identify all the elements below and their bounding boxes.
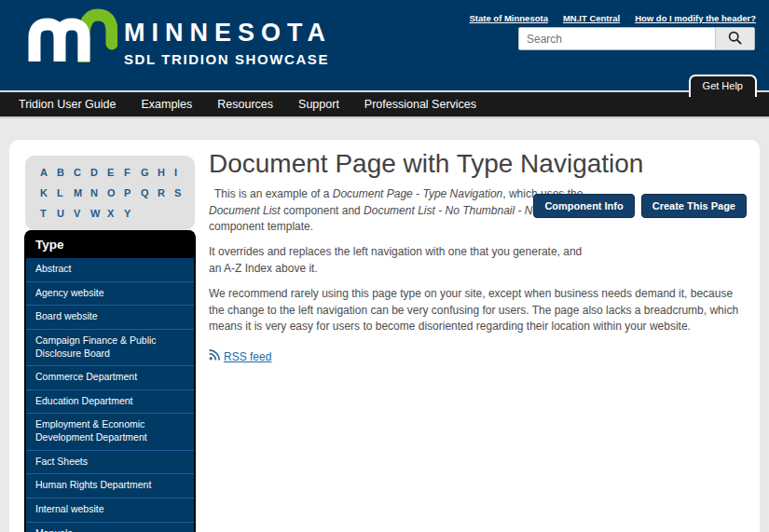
type-list-item: Fact Sheets <box>26 451 194 475</box>
create-this-page-button[interactable]: Create This Page <box>641 194 747 218</box>
header-utility-links: State of MinnesotaMN.IT CentralHow do I … <box>469 13 756 23</box>
search-button[interactable] <box>715 28 754 49</box>
component-info-button[interactable]: Component Info <box>533 194 634 218</box>
overrides-paragraph: It overrides and replaces the left navig… <box>209 244 584 277</box>
type-list-item: Internal website <box>26 498 194 523</box>
type-list-link[interactable]: Education Department <box>26 390 194 414</box>
az-letter-link[interactable]: H <box>158 167 174 178</box>
nav-item[interactable]: Tridion User Guide <box>19 98 116 111</box>
az-letter-link[interactable]: E <box>107 167 124 178</box>
brand-text: MINNESOTA SDL TRIDION SHOWCASE <box>124 20 332 67</box>
az-letter-link[interactable]: T <box>40 208 57 219</box>
type-list: Abstract Agency website Board website Ca… <box>26 258 194 532</box>
type-list-item: Board website <box>26 306 194 330</box>
az-letter-link[interactable]: R <box>158 187 174 198</box>
rss-feed-link[interactable]: RSS feed <box>209 349 271 363</box>
az-letter-grid: ABCDEFGHIKLMNOPQRSTUVWXY <box>40 167 187 219</box>
page-title: Document Page with Type Navigation <box>209 149 747 179</box>
az-letter-link[interactable]: C <box>74 167 90 178</box>
nav-item[interactable]: Examples <box>141 98 192 111</box>
type-list-link[interactable]: Fact Sheets <box>26 451 194 474</box>
az-letter-link[interactable]: D <box>90 167 107 178</box>
az-letter-link[interactable]: P <box>124 187 141 198</box>
get-help-tab[interactable]: Get Help <box>689 75 757 97</box>
type-list-item: Agency website <box>26 282 194 307</box>
intro-italic: Document List <box>209 204 281 217</box>
az-letter-link[interactable]: I <box>174 167 191 178</box>
intro-paragraph: This is an example of a Document Page - … <box>209 186 584 235</box>
az-letter-link[interactable]: B <box>57 167 74 178</box>
header-utility-link[interactable]: MN.IT Central <box>563 13 620 23</box>
type-list-link[interactable]: Employment & Economic Development Depart… <box>26 414 194 449</box>
type-list-item: Commerce Department <box>26 366 194 390</box>
type-list-item: Education Department <box>26 390 194 415</box>
az-index: ABCDEFGHIKLMNOPQRSTUVWXY <box>25 156 195 230</box>
az-letter-link[interactable]: V <box>74 208 90 219</box>
type-navigation: Type Abstract Agency website Board websi… <box>24 230 196 532</box>
az-letter-link[interactable]: O <box>107 187 124 198</box>
az-letter-link[interactable]: W <box>90 208 107 219</box>
type-list-link[interactable]: Internal website <box>26 498 194 522</box>
type-list-item: Manuals <box>26 523 194 532</box>
az-letter-link[interactable]: Q <box>141 187 158 198</box>
type-list-item: Campaign Finance & Public Disclosure Boa… <box>26 330 194 366</box>
main-navbar: Tridion User GuideExamplesResourcesSuppo… <box>0 90 769 118</box>
search-bar <box>518 27 755 50</box>
header-utility-link[interactable]: How do I modify the header? <box>635 13 756 23</box>
az-letter-link[interactable]: N <box>90 187 107 198</box>
type-navigation-title: Type <box>26 230 194 258</box>
intro-text: component and <box>281 204 364 217</box>
search-icon <box>728 31 742 48</box>
site-header: MINNESOTA SDL TRIDION SHOWCASE State of … <box>0 0 769 90</box>
az-letter-link[interactable]: M <box>74 187 90 198</box>
az-letter-link[interactable]: Y <box>124 208 141 219</box>
az-letter-link[interactable]: S <box>174 187 191 198</box>
az-letter-link[interactable]: F <box>124 167 141 178</box>
type-list-item: Abstract <box>26 258 194 282</box>
intro-italic: Document Page - Type Navigation <box>333 187 503 200</box>
az-letter-link[interactable]: G <box>141 167 158 178</box>
type-list-link[interactable]: Agency website <box>26 282 194 306</box>
nav-item[interactable]: Support <box>298 98 339 111</box>
type-list-link[interactable]: Manuals <box>26 523 194 532</box>
header-utility-link[interactable]: State of Minnesota <box>469 13 547 23</box>
intro-text: This is an example of a <box>214 187 333 200</box>
recommendation-paragraph: We recommend rarely using this page type… <box>209 286 747 334</box>
brand-subtitle: SDL TRIDION SHOWCASE <box>124 51 332 67</box>
az-letter-link[interactable]: A <box>40 167 57 178</box>
type-list-link[interactable]: Board website <box>26 306 194 329</box>
type-list-item: Employment & Economic Development Depart… <box>26 414 194 450</box>
type-list-link[interactable]: Abstract <box>26 258 194 281</box>
brand-title: MINNESOTA <box>124 20 332 46</box>
content-card: ABCDEFGHIKLMNOPQRSTUVWXY Type Abstract A… <box>9 140 760 532</box>
rss-icon <box>209 349 220 363</box>
search-input[interactable] <box>519 28 715 49</box>
intro-text: component template. <box>209 220 313 233</box>
main-content: Document Page with Type Navigation Compo… <box>209 149 747 364</box>
type-list-link[interactable]: Campaign Finance & Public Disclosure Boa… <box>26 330 194 365</box>
az-letter-link[interactable]: K <box>40 187 57 198</box>
type-list-link[interactable]: Human Rights Department <box>26 474 194 498</box>
nav-item[interactable]: Professional Services <box>364 98 476 111</box>
az-letter-link[interactable]: X <box>107 208 124 219</box>
type-list-link[interactable]: Commerce Department <box>26 366 194 389</box>
minnesota-mn-logo-icon <box>22 8 117 66</box>
type-list-item: Human Rights Department <box>26 474 194 498</box>
az-letter-link[interactable]: L <box>57 187 74 198</box>
action-buttons: Component Info Create This Page <box>533 194 747 218</box>
nav-item[interactable]: Resources <box>217 98 273 111</box>
az-letter-link[interactable]: U <box>57 208 74 219</box>
rss-label: RSS feed <box>224 350 271 363</box>
